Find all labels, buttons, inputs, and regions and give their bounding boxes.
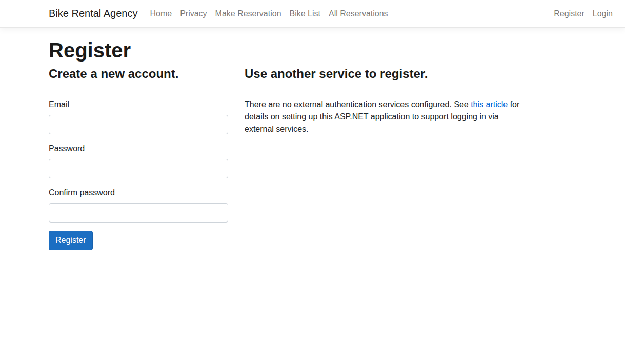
create-account-heading: Create a new account. — [49, 67, 228, 82]
nav-link-make-reservation[interactable]: Make Reservation — [211, 5, 286, 22]
page-title: Register — [49, 38, 625, 63]
nav-link-privacy[interactable]: Privacy — [176, 5, 211, 22]
nav-link-register[interactable]: Register — [550, 5, 589, 22]
form-divider — [49, 90, 228, 90]
password-form-group: Password — [49, 143, 228, 178]
confirm-password-label: Confirm password — [49, 187, 115, 199]
register-form-section: Create a new account. Email Password Con… — [49, 67, 228, 250]
main-content: Register Create a new account. Email Pas… — [49, 28, 625, 250]
navbar-left-links: Home Privacy Make Reservation Bike List … — [146, 9, 392, 18]
password-label: Password — [49, 143, 85, 155]
nav-link-login[interactable]: Login — [589, 5, 617, 22]
email-form-group: Email — [49, 98, 228, 134]
external-services-text: There are no external authentication ser… — [245, 98, 521, 135]
register-button[interactable]: Register — [49, 231, 93, 250]
external-services-heading: Use another service to register. — [245, 67, 521, 82]
navbar-brand[interactable]: Bike Rental Agency — [49, 8, 137, 19]
nav-link-all-reservations[interactable]: All Reservations — [325, 5, 392, 22]
navbar-right-links: Register Login — [550, 9, 617, 18]
password-field[interactable] — [49, 159, 228, 178]
external-services-section: Use another service to register. There a… — [245, 67, 521, 135]
this-article-link[interactable]: this article — [471, 100, 508, 109]
email-label: Email — [49, 98, 69, 111]
confirm-password-field[interactable] — [49, 203, 228, 223]
content-row: Create a new account. Email Password Con… — [49, 67, 625, 250]
external-text-before: There are no external authentication ser… — [245, 100, 471, 109]
nav-link-bike-list[interactable]: Bike List — [286, 5, 325, 22]
page: Bike Rental Agency Home Privacy Make Res… — [0, 0, 625, 364]
nav-link-home[interactable]: Home — [146, 5, 176, 22]
top-navbar: Bike Rental Agency Home Privacy Make Res… — [0, 0, 625, 28]
external-divider — [245, 90, 521, 90]
email-field[interactable] — [49, 115, 228, 134]
confirm-password-form-group: Confirm password — [49, 187, 228, 223]
